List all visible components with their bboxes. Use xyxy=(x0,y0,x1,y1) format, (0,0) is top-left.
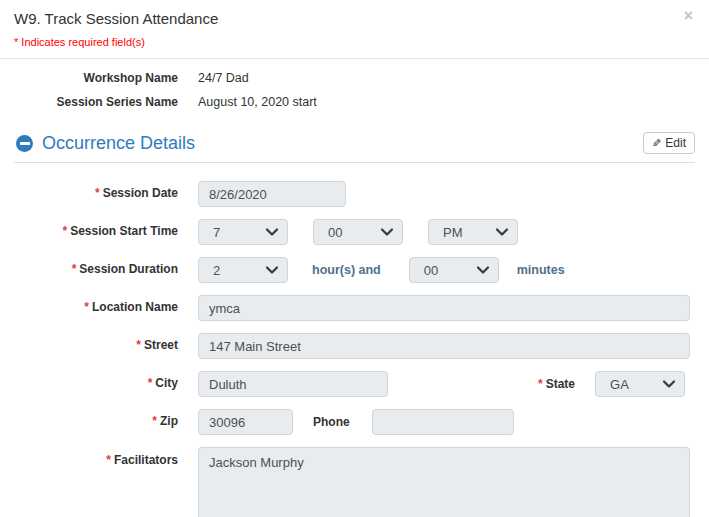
chevron-down-icon xyxy=(496,228,508,236)
city-input[interactable] xyxy=(198,371,388,397)
required-asterisk: * xyxy=(538,377,543,391)
edit-button[interactable]: ✎ Edit xyxy=(643,132,695,154)
workshop-name-value: 24/7 Dad xyxy=(198,71,249,85)
session-duration-label: *Session Duration xyxy=(14,262,178,278)
city-state-row: *City *State GA xyxy=(14,371,695,397)
modal-header: W9. Track Session Attendance × * Indicat… xyxy=(0,0,709,59)
street-row: *Street xyxy=(14,333,695,359)
duration-hours-value: 2 xyxy=(213,263,220,278)
chevron-down-icon xyxy=(663,380,675,388)
modal-title: W9. Track Session Attendance xyxy=(14,10,695,27)
facilitators-row: *Facilitators Jackson Murphy xyxy=(14,447,695,517)
occurrence-details-section-header: Occurrence Details ✎ Edit xyxy=(14,126,695,163)
required-asterisk: * xyxy=(148,376,153,390)
facilitators-label: *Facilitators xyxy=(14,447,178,469)
minutes-text: minutes xyxy=(517,263,565,277)
session-series-name-value: August 10, 2020 start xyxy=(198,95,317,109)
chevron-down-icon xyxy=(381,228,393,236)
required-fields-note: * Indicates required field(s) xyxy=(14,36,695,48)
location-name-input[interactable] xyxy=(198,295,690,321)
workshop-name-label: Workshop Name xyxy=(14,71,178,87)
start-ampm-select[interactable]: PM xyxy=(428,219,518,245)
street-input[interactable] xyxy=(198,333,690,359)
track-session-attendance-modal: W9. Track Session Attendance × * Indicat… xyxy=(0,0,709,517)
pencil-icon: ✎ xyxy=(652,137,661,150)
zip-phone-row: *Zip Phone xyxy=(14,409,695,435)
location-name-row: *Location Name xyxy=(14,295,695,321)
phone-label: Phone xyxy=(313,415,350,429)
duration-hours-select[interactable]: 2 xyxy=(198,257,288,283)
required-asterisk: * xyxy=(63,224,68,238)
required-asterisk: * xyxy=(84,300,89,314)
state-label: *State xyxy=(538,377,575,391)
session-info-section: Workshop Name 24/7 Dad Session Series Na… xyxy=(0,59,709,120)
session-start-time-row: *Session Start Time 7 00 PM xyxy=(14,219,695,245)
required-asterisk: * xyxy=(72,262,77,276)
occurrence-details-form: *Session Date *Session Start Time 7 00 xyxy=(0,163,709,517)
zip-input[interactable] xyxy=(198,409,293,435)
required-asterisk: * xyxy=(152,414,157,428)
start-minute-value: 00 xyxy=(328,225,342,240)
session-date-label: *Session Date xyxy=(14,186,178,202)
chevron-down-icon xyxy=(266,228,278,236)
state-select[interactable]: GA xyxy=(595,371,685,397)
zip-label: *Zip xyxy=(14,414,178,430)
minus-circle-icon[interactable] xyxy=(16,135,33,152)
workshop-name-row: Workshop Name 24/7 Dad xyxy=(14,71,695,87)
required-asterisk: * xyxy=(136,338,141,352)
location-name-label: *Location Name xyxy=(14,300,178,316)
facilitators-textarea[interactable]: Jackson Murphy xyxy=(198,447,690,517)
session-date-row: *Session Date xyxy=(14,181,695,207)
required-asterisk: * xyxy=(106,453,111,467)
close-icon[interactable]: × xyxy=(680,6,697,26)
session-series-name-label: Session Series Name xyxy=(14,95,178,111)
session-series-name-row: Session Series Name August 10, 2020 star… xyxy=(14,95,695,111)
start-ampm-value: PM xyxy=(443,225,463,240)
session-duration-row: *Session Duration 2 hour(s) and 00 minut… xyxy=(14,257,695,283)
chevron-down-icon xyxy=(266,266,278,274)
city-label: *City xyxy=(14,376,178,392)
street-label: *Street xyxy=(14,338,178,354)
hours-and-text: hour(s) and xyxy=(312,263,381,277)
edit-button-label: Edit xyxy=(665,136,686,150)
duration-minutes-value: 00 xyxy=(424,263,438,278)
start-hour-select[interactable]: 7 xyxy=(198,219,288,245)
required-asterisk: * xyxy=(95,186,100,200)
section-title: Occurrence Details xyxy=(42,133,195,154)
start-hour-value: 7 xyxy=(213,225,220,240)
state-value: GA xyxy=(610,377,629,392)
phone-input[interactable] xyxy=(372,409,514,435)
start-minute-select[interactable]: 00 xyxy=(313,219,403,245)
session-start-time-label: *Session Start Time xyxy=(14,224,178,240)
chevron-down-icon xyxy=(477,266,489,274)
duration-minutes-select[interactable]: 00 xyxy=(409,257,499,283)
session-date-input[interactable] xyxy=(198,181,346,207)
